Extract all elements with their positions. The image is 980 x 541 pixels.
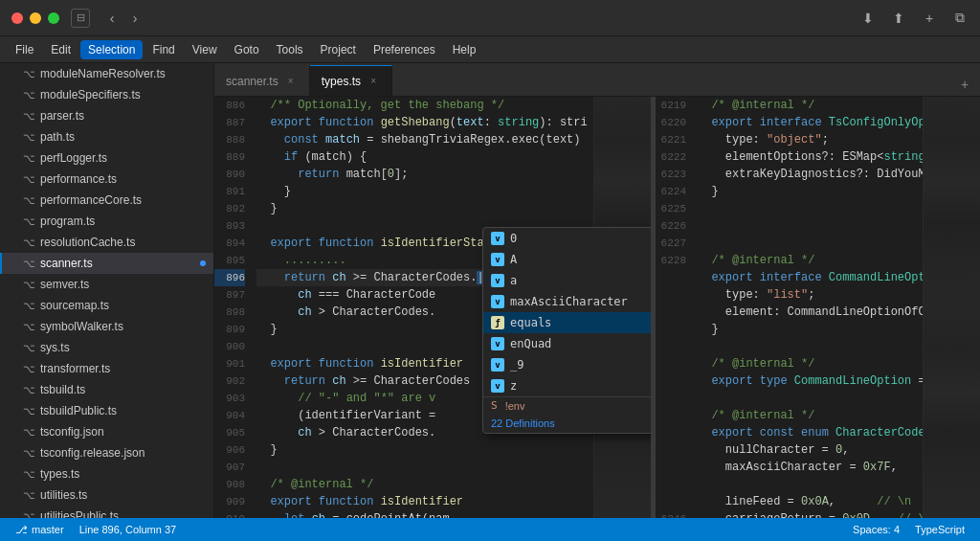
code-line: element: CommandLineOptionOfCustomType |… — [698, 304, 923, 321]
code-lines-right[interactable]: /* @internal */ export interface TsConfi… — [694, 97, 923, 518]
file-icon: ⌥ — [23, 426, 35, 439]
copy-icon[interactable]: ⧉ — [951, 10, 969, 27]
menu-goto[interactable]: Goto — [227, 40, 267, 59]
file-icon: ⌥ — [23, 68, 35, 80]
code-line: /* @internal */ — [698, 407, 923, 424]
titlebar: ⊟ ‹ › ⬇ ⬆ + ⧉ — [0, 0, 980, 36]
autocomplete-item-z[interactable]: v z — [483, 375, 651, 396]
menu-project[interactable]: Project — [313, 40, 364, 59]
traffic-lights — [11, 12, 59, 24]
code-line: } — [698, 321, 923, 338]
statusbar-language[interactable]: TypeScript — [907, 518, 972, 541]
autocomplete-label: a — [510, 274, 517, 287]
definitions-count[interactable]: 22 Definitions — [483, 414, 651, 433]
autocomplete-label: maxAsciiCharacter — [510, 295, 628, 308]
code-line — [698, 235, 923, 252]
git-branch-icon: ⎇ — [15, 524, 28, 536]
sidebar-toggle-button[interactable]: ⊟ — [71, 9, 90, 28]
menu-edit[interactable]: Edit — [43, 40, 78, 59]
menu-help[interactable]: Help — [445, 40, 484, 59]
file-icon: ⌥ — [23, 131, 35, 144]
sidebar-item-path[interactable]: ⌥ path.ts — [0, 126, 213, 147]
sidebar-item-moduleNameResolver[interactable]: ⌥ moduleNameResolver.ts — [0, 63, 213, 84]
minimap-right — [923, 97, 980, 518]
menu-file[interactable]: File — [8, 40, 41, 59]
sidebar-item-tsconfig-release[interactable]: ⌥ tsconfig.release.json — [0, 442, 213, 463]
minimize-button[interactable] — [30, 12, 41, 24]
nav-forward-button[interactable]: › — [126, 10, 144, 27]
sidebar-icon: ⊟ — [77, 11, 85, 24]
autocomplete-item-a[interactable]: v a — [483, 270, 651, 291]
autocomplete-item-9[interactable]: v _9 — [483, 354, 651, 375]
menubar: File Edit Selection Find View Goto Tools… — [0, 36, 980, 63]
sidebar-item-perfLogger[interactable]: ⌥ perfLogger.ts — [0, 147, 213, 169]
code-line: export interface TsConfigOnlyOption exte… — [698, 114, 923, 131]
file-icon: ⌥ — [23, 279, 35, 291]
sidebar-item-scanner[interactable]: ⌥ scanner.ts — [0, 253, 213, 274]
code-line: lineFeed = 0x0A, // \n — [698, 493, 923, 510]
maximize-button[interactable] — [48, 12, 59, 24]
autocomplete-item-enQuad[interactable]: v enQuad — [483, 333, 651, 354]
sidebar-item-tsbuildPublic[interactable]: ⌥ tsbuildPublic.ts — [0, 400, 213, 421]
tabs-bar: scanner.ts × types.ts × + — [214, 63, 980, 97]
statusbar-spaces[interactable]: Spaces: 4 — [845, 518, 907, 541]
code-line: } — [256, 183, 593, 200]
add-tab-icon[interactable]: + — [921, 10, 938, 27]
autocomplete-label: equals — [510, 316, 551, 329]
share-icon[interactable]: ⬆ — [890, 10, 907, 27]
sidebar-item-transformer[interactable]: ⌥ transformer.ts — [0, 358, 213, 379]
sidebar-item-types[interactable]: ⌥ types.ts — [0, 463, 213, 485]
tab-types[interactable]: types.ts × — [310, 65, 392, 96]
menu-preferences[interactable]: Preferences — [366, 40, 443, 59]
close-button[interactable] — [11, 12, 23, 24]
sidebar-item-symbolWalker[interactable]: ⌥ symbolWalker.ts — [0, 316, 213, 337]
download-icon[interactable]: ⬇ — [859, 10, 877, 27]
autocomplete-item-A[interactable]: v A — [483, 249, 651, 270]
tab-scanner[interactable]: scanner.ts × — [214, 65, 310, 96]
sidebar-item-program[interactable]: ⌥ program.ts — [0, 211, 213, 232]
code-line: if (match) { — [256, 148, 593, 166]
sidebar-item-tsconfig[interactable]: ⌥ tsconfig.json — [0, 421, 213, 442]
sidebar-item-performanceCore[interactable]: ⌥ performanceCore.ts — [0, 190, 213, 211]
code-line: let ch = codePointAt(nam — [256, 510, 593, 518]
autocomplete-item-0[interactable]: v 0 — [483, 228, 651, 249]
menu-selection[interactable]: Selection — [80, 40, 143, 59]
file-icon: ⌥ — [23, 237, 35, 249]
file-icon: ⌥ — [23, 194, 35, 207]
sidebar-item-utilitiesPublic[interactable]: ⌥ utilitiesPublic.ts — [0, 506, 213, 518]
sidebar-item-resolutionCache[interactable]: ⌥ resolutionCache.ts — [0, 232, 213, 253]
menu-view[interactable]: View — [185, 40, 225, 59]
sidebar-item-semver[interactable]: ⌥ semver.ts — [0, 274, 213, 295]
autocomplete-item-maxAscii[interactable]: v maxAsciiCharacter — [483, 291, 651, 312]
sidebar-item-sys[interactable]: ⌥ sys.ts — [0, 337, 213, 358]
editor-right-panel: 6219 6220 6221 6222 6223 6224 6225 6226 … — [655, 97, 980, 518]
sidebar-item-sourcemap[interactable]: ⌥ sourcemap.ts — [0, 295, 213, 316]
code-line: nullCharacter = 0, — [698, 441, 923, 459]
autocomplete-dropdown[interactable]: v 0 v A v a v maxAsciiCharacter — [482, 227, 651, 434]
menu-find[interactable]: Find — [145, 40, 182, 59]
sidebar-item-parser[interactable]: ⌥ parser.ts — [0, 105, 213, 126]
code-line: } — [698, 183, 923, 200]
tab-types-close[interactable]: × — [367, 75, 380, 88]
file-icon: ⌥ — [23, 258, 35, 270]
sidebar-item-moduleSpecifiers[interactable]: ⌥ moduleSpecifiers.ts — [0, 84, 213, 105]
autocomplete-var-icon: v — [491, 358, 504, 372]
file-icon: ⌥ — [23, 321, 35, 333]
tab-scanner-close[interactable]: × — [284, 75, 298, 88]
file-icon: ⌥ — [23, 342, 35, 354]
menu-tools[interactable]: Tools — [269, 40, 311, 59]
sidebar-item-utilities[interactable]: ⌥ utilities.ts — [0, 485, 213, 506]
nav-back-button[interactable]: ‹ — [103, 10, 121, 27]
code-line: maxAsciiCharacter = 0x7F, — [698, 459, 923, 476]
code-line — [698, 200, 923, 217]
sidebar-item-performance[interactable]: ⌥ performance.ts — [0, 169, 213, 190]
autocomplete-item-equals[interactable]: ƒ equals — [483, 312, 651, 333]
sidebar-item-tsbuild[interactable]: ⌥ tsbuild.ts — [0, 379, 213, 400]
code-line: return match[0]; — [256, 166, 593, 183]
statusbar-position[interactable]: Line 896, Column 37 — [72, 518, 185, 541]
autocomplete-footer: S !env #!/usr/bin/env — [483, 396, 651, 414]
add-tab-button[interactable]: + — [953, 73, 976, 96]
code-line: /* @internal */ — [256, 476, 593, 493]
statusbar-branch[interactable]: ⎇ master — [8, 518, 72, 541]
spaces-label: Spaces: 4 — [853, 524, 900, 535]
